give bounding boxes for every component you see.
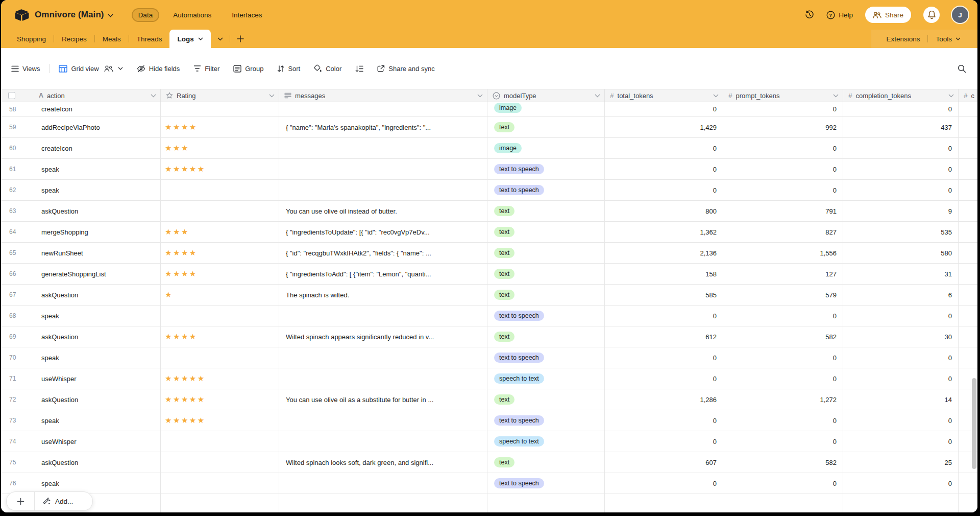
cell-completion-tokens[interactable]: 437 — [843, 117, 959, 138]
vertical-scrollbar[interactable] — [972, 378, 976, 469]
cell-rating[interactable]: ★★★★ — [161, 243, 279, 264]
cell-completion-tokens[interactable]: 14 — [843, 389, 959, 410]
column-menu-chevron-icon[interactable] — [151, 94, 156, 98]
column-menu-chevron-icon[interactable] — [713, 94, 719, 98]
cell-total-tokens[interactable]: 158 — [605, 264, 723, 285]
notifications-button[interactable] — [923, 7, 940, 23]
cell-completion-tokens[interactable]: 0 — [843, 306, 959, 326]
cell-messages[interactable] — [279, 306, 487, 326]
cell-action[interactable]: 70speak — [1, 347, 161, 368]
cell-rating[interactable] — [161, 306, 279, 326]
cell-prompt-tokens[interactable]: 582 — [723, 326, 843, 347]
cell-total-tokens[interactable]: 0 — [605, 473, 723, 494]
cell-modeltype[interactable]: text — [487, 243, 605, 264]
cell-prompt-tokens[interactable]: 0 — [723, 159, 843, 180]
cell-extra[interactable] — [959, 138, 977, 159]
cell-action[interactable]: 58createIcon — [1, 102, 161, 117]
cell-action[interactable]: 74useWhisper — [1, 431, 161, 452]
cell-action[interactable]: 61speak — [1, 159, 161, 180]
tab-threads[interactable]: Threads — [129, 30, 170, 48]
tab-shopping[interactable]: Shopping — [9, 30, 54, 48]
history-button[interactable] — [805, 10, 814, 19]
tab-meals[interactable]: Meals — [95, 30, 129, 48]
cell-action[interactable]: 62speak — [1, 180, 161, 201]
cell-prompt-tokens[interactable]: 0 — [723, 473, 843, 494]
add-record-button[interactable] — [7, 492, 34, 510]
cell-completion-tokens[interactable]: 31 — [843, 264, 959, 285]
column-header-completion_tokens[interactable]: #completion_tokens — [843, 89, 959, 102]
cell-total-tokens[interactable]: 0 — [605, 410, 723, 431]
cell-action[interactable]: 60createIcon — [1, 138, 161, 159]
cell-extra[interactable] — [959, 306, 977, 326]
tools-button[interactable]: Tools — [928, 30, 968, 48]
cell-total-tokens[interactable]: 0 — [605, 138, 723, 159]
cell-extra[interactable] — [959, 347, 977, 368]
cell-action[interactable]: 67askQuestion — [1, 285, 161, 306]
cell-extra[interactable] — [959, 285, 977, 306]
cell-completion-tokens[interactable]: 535 — [843, 222, 959, 243]
cell-extra[interactable] — [959, 326, 977, 347]
cell-total-tokens[interactable]: 1,286 — [605, 389, 723, 410]
cell-modeltype[interactable]: text to speech — [487, 410, 605, 431]
cell-rating[interactable]: ★★★★ — [161, 264, 279, 285]
select-all-checkbox[interactable] — [8, 92, 15, 99]
cell-rating[interactable] — [161, 431, 279, 452]
cell-modeltype[interactable]: text to speech — [487, 473, 605, 494]
cell-completion-tokens[interactable]: 0 — [843, 138, 959, 159]
cell-rating[interactable]: ★★★ — [161, 138, 279, 159]
cell-extra[interactable] — [959, 159, 977, 180]
column-menu-chevron-icon[interactable] — [833, 94, 839, 98]
cell-messages[interactable] — [279, 347, 487, 368]
cell-total-tokens[interactable]: 0 — [605, 180, 723, 201]
cell-messages[interactable]: The spinach is wilted. — [279, 285, 487, 306]
cell-prompt-tokens[interactable]: 127 — [723, 264, 843, 285]
avatar[interactable]: J — [952, 7, 968, 23]
cell-completion-tokens[interactable]: 0 — [843, 347, 959, 368]
cell-modeltype[interactable]: text — [487, 326, 605, 347]
cell-messages[interactable]: { "name": "Maria's spanakopita", "ingred… — [279, 117, 487, 138]
cell-rating[interactable]: ★★★★ — [161, 117, 279, 138]
nav-automations[interactable]: Automations — [166, 8, 218, 22]
cell-messages[interactable] — [279, 159, 487, 180]
cell-modeltype[interactable]: text to speech — [487, 159, 605, 180]
filter-button[interactable]: Filter — [193, 65, 219, 73]
cell-modeltype[interactable]: text — [487, 201, 605, 222]
cell-modeltype[interactable]: text to speech — [487, 180, 605, 201]
help-button[interactable]: ? Help — [826, 11, 853, 19]
cell-completion-tokens[interactable]: 25 — [843, 452, 959, 473]
cell-extra[interactable] — [959, 117, 977, 138]
column-header-messages[interactable]: messages — [279, 89, 487, 102]
cell-extra[interactable] — [959, 264, 977, 285]
cell-total-tokens[interactable]: 800 — [605, 201, 723, 222]
extensions-button[interactable]: Extensions — [878, 30, 927, 48]
cell-prompt-tokens[interactable]: 0 — [723, 431, 843, 452]
cell-action[interactable]: 73speak — [1, 410, 161, 431]
views-button[interactable]: Views — [11, 65, 40, 73]
cell-completion-tokens[interactable]: 0 — [843, 159, 959, 180]
column-menu-chevron-icon[interactable] — [477, 94, 483, 98]
add-with-ai-button[interactable]: Add... — [35, 492, 92, 510]
base-title[interactable]: Omnivore (Main) — [35, 10, 104, 20]
column-menu-chevron-icon[interactable] — [595, 94, 600, 98]
cell-completion-tokens[interactable]: 0 — [843, 431, 959, 452]
cell-modeltype[interactable]: speech to text — [487, 431, 605, 452]
cell-prompt-tokens[interactable]: 827 — [723, 222, 843, 243]
cell-total-tokens[interactable]: 585 — [605, 285, 723, 306]
search-button[interactable] — [958, 64, 966, 73]
cell-modeltype[interactable]: image — [487, 138, 605, 159]
column-menu-chevron-icon[interactable] — [948, 94, 954, 98]
cell-modeltype[interactable]: text — [487, 285, 605, 306]
cell-action[interactable]: 69askQuestion — [1, 326, 161, 347]
cell-messages[interactable]: You can use olive oil instead of butter. — [279, 201, 487, 222]
sort-button[interactable]: Sort — [277, 65, 300, 73]
cell-total-tokens[interactable]: 0 — [605, 306, 723, 326]
cell-action[interactable]: 66generateShoppingList — [1, 264, 161, 285]
tab-logs-active[interactable]: Logs — [169, 30, 210, 48]
cell-prompt-tokens[interactable]: 0 — [723, 138, 843, 159]
cell-prompt-tokens[interactable]: 0 — [723, 347, 843, 368]
column-header-Rating[interactable]: Rating — [161, 89, 279, 102]
cell-extra[interactable] — [959, 201, 977, 222]
cell-messages[interactable]: Wilted spinach looks soft, dark green, a… — [279, 452, 487, 473]
cell-action[interactable]: 59addRecipeViaPhoto — [1, 117, 161, 138]
cell-modeltype[interactable]: text — [487, 222, 605, 243]
